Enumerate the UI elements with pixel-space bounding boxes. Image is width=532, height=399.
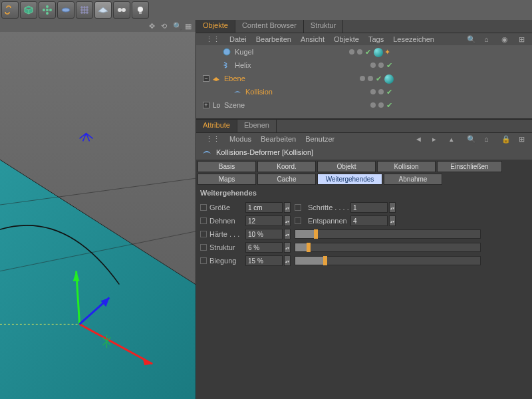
- menu-lesezeichen[interactable]: Lesezeichen: [393, 35, 434, 43]
- nav-back-icon[interactable]: ◄: [415, 135, 423, 143]
- enable-check-icon[interactable]: ✔: [386, 101, 392, 110]
- enable-check-icon[interactable]: ✔: [376, 74, 382, 83]
- visibility-dot[interactable]: [370, 89, 376, 94]
- menu-benutzer[interactable]: Benutzer: [305, 135, 334, 143]
- tool-array-icon[interactable]: [39, 1, 56, 19]
- tag-wand-icon[interactable]: ✦: [384, 48, 392, 56]
- nav-fwd-icon[interactable]: ▸: [432, 135, 440, 143]
- tab-ebenen[interactable]: Ebenen: [237, 120, 277, 132]
- spinner-icon[interactable]: ▴▾: [284, 242, 291, 253]
- grip-icon[interactable]: ⋮⋮: [205, 35, 220, 44]
- cat-weitergehendes[interactable]: Weitergehendes: [317, 174, 382, 185]
- tree-label[interactable]: Ebene: [224, 74, 245, 82]
- viewport-zoom-icon[interactable]: 🔍: [173, 22, 181, 30]
- expand-icon[interactable]: ⊞: [519, 35, 527, 43]
- param-check[interactable]: [200, 231, 207, 237]
- tool-light-icon[interactable]: [132, 1, 149, 19]
- render-dot[interactable]: [368, 76, 373, 81]
- viewport-rotate-icon[interactable]: ⟲: [161, 22, 169, 30]
- expand-icon[interactable]: ⊞: [519, 135, 527, 143]
- render-dot[interactable]: [357, 49, 362, 55]
- tree-row[interactable]: Helix✔: [196, 59, 532, 72]
- tree-row[interactable]: Kugel✔✦: [196, 45, 532, 59]
- visibility-dot[interactable]: [370, 102, 376, 108]
- tool-chain-icon[interactable]: [1, 1, 19, 19]
- grip-icon[interactable]: ⋮⋮: [205, 135, 220, 144]
- visibility-dot[interactable]: [349, 49, 354, 55]
- tree-row[interactable]: −Ebene✔: [196, 72, 532, 85]
- enable-check-icon[interactable]: ✔: [386, 61, 392, 70]
- enable-check-icon[interactable]: ✔: [365, 48, 371, 57]
- tree-label[interactable]: Kollision: [245, 88, 273, 96]
- eye-icon[interactable]: ◉: [501, 35, 509, 43]
- tool-plane-icon[interactable]: [94, 1, 112, 19]
- param-input-Härte . . .[interactable]: [245, 229, 283, 239]
- tab-objekte[interactable]: Objekte: [196, 20, 235, 33]
- tree-expander[interactable]: +: [203, 102, 209, 108]
- slider-Struktur[interactable]: [295, 243, 481, 252]
- render-dot[interactable]: [378, 63, 384, 68]
- slider-Biegung[interactable]: [295, 256, 481, 265]
- tree-row[interactable]: Kollision✔: [196, 85, 532, 98]
- tree-expander[interactable]: −: [203, 75, 209, 82]
- tag-dynamics-icon[interactable]: [374, 48, 382, 56]
- cat-abnahme[interactable]: Abnahme: [384, 174, 442, 185]
- param-check[interactable]: [200, 204, 207, 211]
- home-icon[interactable]: ⌂: [484, 35, 492, 43]
- param-check[interactable]: [200, 244, 207, 251]
- lock-icon[interactable]: 🔒: [501, 135, 509, 143]
- visibility-dot[interactable]: [370, 63, 376, 68]
- menu-datei[interactable]: Datei: [229, 35, 247, 43]
- tab-content-browser[interactable]: Content Browser: [235, 20, 304, 33]
- viewport-move-icon[interactable]: ✥: [149, 22, 157, 30]
- tree-row[interactable]: +LoSzene✔: [196, 98, 532, 112]
- spinner-icon[interactable]: ▴▾: [284, 255, 291, 266]
- tab-attribute[interactable]: Attribute: [196, 120, 237, 132]
- tag-dynamics-icon[interactable]: [384, 74, 392, 82]
- tree-label[interactable]: Helix: [235, 61, 251, 69]
- param-input-Entspannen[interactable]: [350, 215, 388, 226]
- spinner-icon[interactable]: ▴▾: [284, 215, 291, 226]
- tool-goggles-icon[interactable]: [113, 1, 130, 19]
- spinner-icon[interactable]: ▴▾: [389, 202, 396, 213]
- menu-bearbeiten-attr[interactable]: Bearbeiten: [261, 135, 296, 143]
- visibility-dot[interactable]: [360, 76, 365, 81]
- menu-bearbeiten[interactable]: Bearbeiten: [256, 35, 291, 43]
- param-input-Dehnen[interactable]: [245, 215, 283, 226]
- param-input-Struktur[interactable]: [245, 242, 283, 253]
- tool-cube-icon[interactable]: [20, 1, 37, 19]
- param-check[interactable]: [295, 204, 301, 211]
- cat-basis[interactable]: Basis: [198, 161, 256, 172]
- cat-cache[interactable]: Cache: [257, 174, 316, 185]
- param-check[interactable]: [200, 217, 207, 224]
- nav-up-icon[interactable]: ▴: [450, 135, 458, 143]
- spinner-icon[interactable]: ▴▾: [284, 202, 291, 213]
- render-dot[interactable]: [378, 89, 384, 94]
- param-check[interactable]: [200, 257, 207, 264]
- object-tree[interactable]: Kugel✔✦Helix✔−Ebene✔Kollision✔+LoSzene✔: [196, 45, 532, 118]
- spinner-icon[interactable]: ▴▾: [284, 229, 291, 239]
- menu-tags[interactable]: Tags: [368, 35, 384, 43]
- param-input-Größe[interactable]: [245, 202, 283, 213]
- render-dot[interactable]: [378, 102, 384, 108]
- home-icon[interactable]: ⌂: [484, 135, 492, 143]
- cat-maps[interactable]: Maps: [198, 174, 256, 185]
- cat-koord.[interactable]: Koord.: [257, 161, 316, 172]
- param-input-Biegung[interactable]: [245, 255, 283, 266]
- slider-Härte . . .[interactable]: [295, 229, 481, 239]
- param-check[interactable]: [295, 217, 301, 224]
- tool-grid-icon[interactable]: [76, 1, 93, 19]
- tree-label[interactable]: Szene: [224, 101, 245, 109]
- param-input-Schritte . . . .[interactable]: [350, 202, 388, 213]
- viewport[interactable]: ✥ ⟲ 🔍 ▦: [0, 20, 196, 399]
- search-icon[interactable]: 🔍: [467, 35, 475, 43]
- enable-check-icon[interactable]: ✔: [386, 88, 392, 96]
- search-icon[interactable]: 🔍: [467, 135, 475, 143]
- cat-kollision[interactable]: Kollision: [377, 161, 436, 172]
- menu-modus[interactable]: Modus: [229, 135, 251, 143]
- cat-objekt[interactable]: Objekt: [317, 161, 376, 172]
- tree-label[interactable]: Kugel: [235, 48, 253, 56]
- spinner-icon[interactable]: ▴▾: [389, 215, 396, 226]
- tab-struktur[interactable]: Struktur: [304, 20, 344, 33]
- cat-einschließen[interactable]: Einschließen: [437, 161, 502, 172]
